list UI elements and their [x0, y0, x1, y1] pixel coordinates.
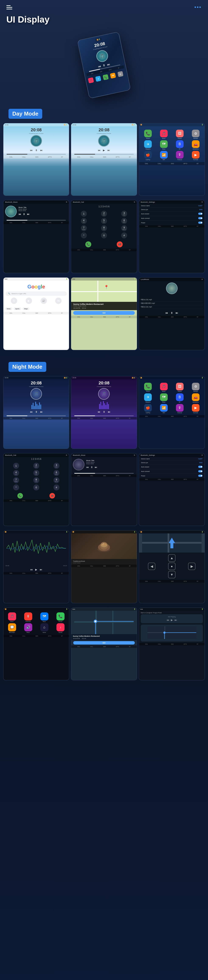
key-2[interactable]: 2ABC	[101, 211, 107, 217]
nav-apts[interactable]: APTS	[116, 156, 120, 158]
app-carplay-night[interactable]: 🍎	[144, 404, 152, 412]
prev-btn[interactable]: ⏮	[30, 149, 33, 152]
app-podcast[interactable]: 🎙	[176, 151, 184, 159]
key-1[interactable]: 1	[81, 211, 87, 217]
app-vehicle-night[interactable]: 🚗	[192, 393, 200, 401]
key-6[interactable]: 6MNO	[54, 470, 60, 476]
key-hash[interactable]: #	[54, 484, 60, 490]
cp-podcast[interactable]: 🎙	[24, 612, 32, 620]
app-music[interactable]: 🎵	[160, 130, 168, 137]
next-btn[interactable]: ⏭	[40, 410, 43, 414]
shortcut-2[interactable]: ▶	[26, 298, 32, 304]
key-5[interactable]: 5JKL	[101, 218, 107, 224]
right-arrow-btn[interactable]: ▶	[188, 563, 195, 570]
app-music-night[interactable]: 🎵	[160, 383, 168, 390]
power-toggle-night[interactable]	[198, 475, 202, 477]
play-btn-np[interactable]: ▶	[171, 619, 173, 622]
cp-phone[interactable]: 📞	[57, 612, 65, 620]
down-arrow-btn[interactable]: ▼	[168, 571, 175, 578]
nav-apts[interactable]: APTS	[48, 156, 52, 158]
key-9[interactable]: 9WXYZ	[121, 225, 127, 231]
key-3[interactable]: 3DEF	[54, 463, 60, 469]
prev-btn[interactable]: ⏮	[19, 213, 21, 216]
key-star[interactable]: *	[13, 484, 19, 490]
app-icon-maps[interactable]: 🗺	[110, 73, 116, 78]
next-btn-np[interactable]: ⏭	[175, 619, 177, 622]
settings-power-row-night[interactable]: Power	[139, 474, 205, 478]
next-btn[interactable]: ⏭	[175, 312, 178, 314]
nav-call[interactable]: CALL	[22, 156, 26, 158]
key-0[interactable]: 0	[33, 484, 39, 490]
next-btn[interactable]: ⏭	[95, 466, 97, 469]
center-btn[interactable]: ●	[168, 563, 175, 570]
shortcut-4[interactable]: 🛍	[55, 298, 61, 304]
prev-icon[interactable]: ⏮	[98, 64, 101, 68]
app-carplay[interactable]: 🍎	[144, 151, 152, 159]
nav-bt[interactable]: BT	[61, 156, 63, 158]
suggestion-3[interactable]: Maps	[22, 307, 30, 310]
settings-auto-answer-row-night[interactable]: Auto answer	[139, 465, 205, 469]
power-toggle[interactable]	[198, 221, 202, 224]
prev-btn[interactable]: ⏮	[86, 466, 89, 469]
key-0[interactable]: 0	[101, 232, 107, 239]
app-phone[interactable]: 📞	[144, 130, 152, 137]
cp-maps[interactable]: 🗺	[40, 612, 48, 620]
nav-bt[interactable]: BT	[197, 163, 199, 164]
next-btn[interactable]: ⏭	[107, 149, 110, 152]
auto-answer-toggle-night[interactable]	[198, 466, 202, 468]
key-5[interactable]: 5JKL	[33, 470, 39, 476]
play-btn[interactable]: ▶	[35, 568, 37, 571]
app-wifi[interactable]: 📶	[160, 151, 168, 159]
play-btn[interactable]: ⏸	[35, 410, 38, 414]
music-file-3[interactable]: 华夏-女儿红.mp3	[141, 305, 203, 309]
key-4[interactable]: 4GHI	[81, 218, 87, 224]
settings-auto-connect-row[interactable]: Auto connect	[139, 216, 205, 221]
dots-menu-icon[interactable]: •••	[194, 4, 202, 10]
key-8[interactable]: 8TUV	[33, 477, 39, 483]
suggestion-1[interactable]: News	[5, 307, 12, 310]
auto-answer-toggle[interactable]	[198, 213, 202, 215]
app-waze[interactable]: 🗺	[160, 140, 168, 148]
app-maps-night[interactable]: 🗺	[160, 393, 168, 401]
auto-connect-toggle-night[interactable]	[198, 470, 202, 473]
next-btn[interactable]: ⏭	[108, 410, 110, 414]
app-vehicle[interactable]: 🚗	[192, 140, 200, 148]
key-6[interactable]: 6MNO	[121, 218, 127, 224]
key-hash[interactable]: #	[121, 232, 127, 239]
app-settings-night[interactable]: ⚙	[192, 383, 200, 390]
nav-dial[interactable]: DIAL	[77, 156, 80, 158]
nav-apts[interactable]: APTS	[109, 69, 112, 71]
end-call-btn[interactable]: 📵	[49, 493, 55, 498]
app-podcast-night[interactable]: 🎙	[176, 404, 184, 412]
settings-auto-connect-row-night[interactable]: Auto connect	[139, 469, 205, 474]
settings-power-row[interactable]: Power	[139, 221, 205, 225]
key-7[interactable]: 7PQRS	[81, 225, 87, 231]
app-icon-phone[interactable]: 📞	[103, 74, 109, 80]
prev-btn[interactable]: ⏮	[165, 312, 168, 314]
key-star[interactable]: *	[81, 232, 87, 239]
next-btn[interactable]: ⏭	[40, 149, 43, 152]
nav-call[interactable]: CALL	[90, 156, 94, 158]
prev-btn[interactable]: ⏮	[30, 410, 33, 414]
key-3[interactable]: 3DEF	[121, 211, 127, 217]
suggestion-2[interactable]: Sports	[14, 307, 21, 310]
go-button-night[interactable]: GO	[73, 641, 135, 644]
nav-bt[interactable]: BT	[118, 67, 119, 68]
play-btn[interactable]: ⏸	[103, 410, 105, 414]
prev-btn[interactable]: ⏮	[30, 568, 33, 571]
shortcut-1[interactable]: G	[11, 298, 17, 304]
nav-apts[interactable]: APTS	[183, 163, 187, 164]
nav-dial[interactable]: DIAL	[9, 156, 13, 158]
app-bt-night[interactable]: B	[176, 393, 184, 401]
left-arrow-btn[interactable]: ◀	[148, 563, 155, 570]
app-settings[interactable]: ⚙	[192, 130, 200, 137]
play-btn[interactable]: ⏸	[23, 213, 25, 216]
app-yt-night[interactable]: ▶	[192, 404, 200, 412]
app-telegram-night[interactable]: ✈	[144, 393, 152, 401]
key-4[interactable]: 4GHI	[13, 470, 19, 476]
key-9[interactable]: 9WXYZ	[54, 477, 60, 483]
playback-controls[interactable]: ⏮ ⏸ ⏭	[71, 409, 137, 415]
cp-music[interactable]: 🎵	[8, 612, 16, 620]
music-file-2[interactable]: 华夏-对雨问青天.mp3	[141, 302, 203, 305]
cp-messages[interactable]: 💬	[8, 623, 16, 632]
